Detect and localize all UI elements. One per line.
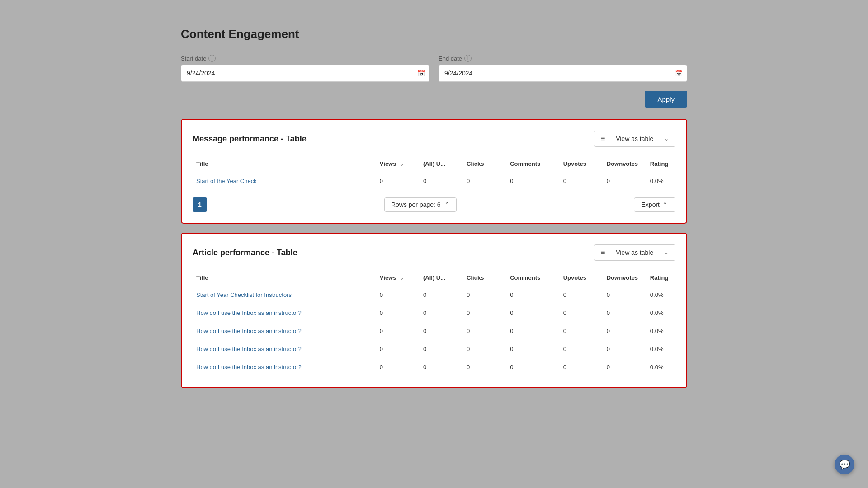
end-date-label: End date i [439,55,687,62]
msg-row-title: Start of the Year Check [193,172,376,190]
message-performance-section: Message performance - Table ≡ View as ta… [181,119,687,224]
message-pagination-row: 1 Rows per page: 6 ⌃ Export ⌃ [193,197,675,212]
message-performance-title: Message performance - Table [193,134,307,144]
art-row-views: 0 [376,358,420,376]
art-row-link[interactable]: How do I use the Inbox as an instructor? [196,364,302,371]
art-row-title: How do I use the Inbox as an instructor? [193,322,376,340]
table-list-icon: ≡ [601,135,605,143]
art-row-rating: 0.0% [646,322,675,340]
art-row-upvotes: 0 [560,304,603,322]
art-row-downvotes: 0 [603,340,646,358]
view-as-table-label: View as table [616,135,653,142]
end-date-field: End date i 📅 [439,55,687,82]
art-row-link[interactable]: How do I use the Inbox as an instructor? [196,310,302,316]
art-row-upvotes: 0 [560,322,603,340]
art-row-link[interactable]: How do I use the Inbox as an instructor? [196,346,302,352]
rows-per-page-label: Rows per page: 6 [391,201,441,208]
msg-row-upvotes: 0 [560,172,603,190]
art-row-upvotes: 0 [560,358,603,376]
art-row-comments: 0 [506,304,559,322]
views-sort-icon: ⌄ [400,161,404,167]
start-date-input[interactable] [181,65,429,82]
export-label: Export [642,201,660,208]
article-table-list-icon: ≡ [601,249,605,257]
art-row-rating: 0.0% [646,358,675,376]
art-col-allu: (All) U... [420,270,463,286]
art-row-clicks: 0 [463,304,506,322]
art-row-upvotes: 0 [560,340,603,358]
msg-col-title: Title [193,156,376,172]
article-performance-section: Article performance - Table ≡ View as ta… [181,233,687,388]
msg-row-allu: 0 [420,172,463,190]
art-col-clicks: Clicks [463,270,506,286]
art-row-downvotes: 0 [603,358,646,376]
chat-widget[interactable]: 💬 [835,455,854,474]
msg-row-clicks: 0 [463,172,506,190]
table-row: How do I use the Inbox as an instructor?… [193,340,675,358]
art-row-allu: 0 [420,358,463,376]
msg-row-comments: 0 [506,172,559,190]
msg-row-link[interactable]: Start of the Year Check [196,178,257,184]
article-view-as-table-label: View as table [616,249,653,256]
art-row-clicks: 0 [463,286,506,304]
table-row: How do I use the Inbox as an instructor?… [193,358,675,376]
art-col-downvotes: Downvotes [603,270,646,286]
end-date-input[interactable] [439,65,687,82]
msg-col-rating: Rating [646,156,675,172]
msg-col-views[interactable]: Views ⌄ [376,156,420,172]
article-performance-title: Article performance - Table [193,248,297,258]
table-row: Start of Year Checklist for Instructors … [193,286,675,304]
msg-col-clicks: Clicks [463,156,506,172]
article-view-as-table-button[interactable]: ≡ View as table ⌄ [594,244,675,261]
article-performance-table: Title Views ⌄ (All) U... Clicks Comments… [193,270,675,376]
art-row-rating: 0.0% [646,340,675,358]
export-chevron-icon: ⌃ [662,201,668,208]
start-date-info-icon[interactable]: i [208,55,216,62]
art-row-downvotes: 0 [603,286,646,304]
art-row-allu: 0 [420,286,463,304]
msg-col-comments: Comments [506,156,559,172]
msg-row-rating: 0.0% [646,172,675,190]
art-row-clicks: 0 [463,358,506,376]
export-button[interactable]: Export ⌃ [634,197,675,212]
msg-row-views: 0 [376,172,420,190]
art-row-downvotes: 0 [603,322,646,340]
page-1-button[interactable]: 1 [193,197,207,212]
date-filter-row: Start date i 📅 End date i 📅 [181,55,687,82]
art-col-views[interactable]: Views ⌄ [376,270,420,286]
art-row-comments: 0 [506,340,559,358]
art-row-comments: 0 [506,322,559,340]
art-row-rating: 0.0% [646,304,675,322]
table-row: How do I use the Inbox as an instructor?… [193,304,675,322]
rows-per-page-button[interactable]: Rows per page: 6 ⌃ [384,197,457,212]
art-row-downvotes: 0 [603,304,646,322]
art-row-allu: 0 [420,322,463,340]
message-view-as-table-button[interactable]: ≡ View as table ⌄ [594,131,675,147]
table-row: Start of the Year Check 0 0 0 0 0 0 0.0% [193,172,675,190]
art-row-title: How do I use the Inbox as an instructor? [193,304,376,322]
art-row-title: How do I use the Inbox as an instructor? [193,340,376,358]
art-col-comments: Comments [506,270,559,286]
art-row-allu: 0 [420,340,463,358]
art-row-clicks: 0 [463,340,506,358]
art-row-rating: 0.0% [646,286,675,304]
message-performance-header: Message performance - Table ≡ View as ta… [193,131,675,147]
start-date-field: Start date i 📅 [181,55,429,82]
end-date-info-icon[interactable]: i [464,55,472,62]
chevron-down-icon: ⌄ [664,136,669,142]
art-row-comments: 0 [506,358,559,376]
art-row-views: 0 [376,322,420,340]
start-date-label: Start date i [181,55,429,62]
art-row-link[interactable]: Start of Year Checklist for Instructors [196,291,292,298]
art-row-views: 0 [376,286,420,304]
msg-col-allu: (All) U... [420,156,463,172]
apply-btn-row: Apply [181,91,687,108]
art-row-link[interactable]: How do I use the Inbox as an instructor? [196,328,302,334]
art-col-title: Title [193,270,376,286]
article-chevron-down-icon: ⌄ [664,249,669,256]
msg-col-upvotes: Upvotes [560,156,603,172]
apply-button[interactable]: Apply [645,91,687,108]
article-performance-header: Article performance - Table ≡ View as ta… [193,244,675,261]
art-row-clicks: 0 [463,322,506,340]
art-col-rating: Rating [646,270,675,286]
